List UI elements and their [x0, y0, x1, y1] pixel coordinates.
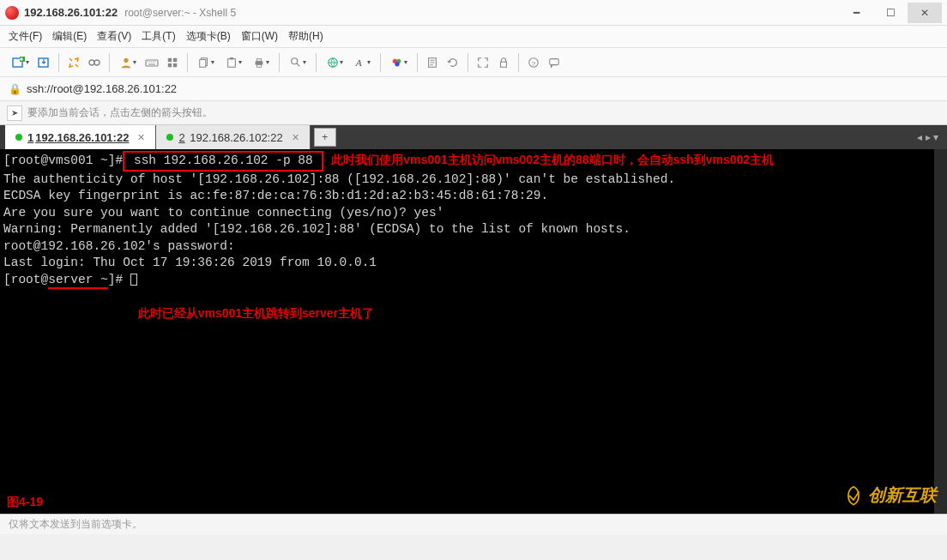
- watermark-logo: 创新互联: [842, 484, 937, 507]
- figure-label: 图4-19: [7, 494, 43, 510]
- svg-rect-6: [146, 60, 158, 66]
- copy-icon[interactable]: [193, 53, 219, 72]
- svg-rect-7: [168, 57, 172, 61]
- tab-close-icon[interactable]: ✕: [137, 132, 145, 143]
- terminal-line: Warning: Permanently added '[192.168.26.…: [3, 221, 944, 238]
- minimize-button[interactable]: ━: [839, 3, 873, 23]
- annotation-1: 此时我们使用vms001主机访问vms002主机的88端口时，会自动ssh到vm…: [331, 153, 774, 166]
- terminal-pane[interactable]: [root@vms001 ~]# ssh 192.168.26.102 -p 8…: [0, 149, 947, 514]
- menu-bar: 文件(F) 编辑(E) 查看(V) 工具(T) 选项卡(B) 窗口(W) 帮助(…: [0, 26, 947, 48]
- terminal-line: [root@vms001 ~]# ssh 192.168.26.102 -p 8…: [3, 151, 944, 172]
- menu-file[interactable]: 文件(F): [9, 29, 42, 44]
- title-bar: 192.168.26.101:22 root@server:~ - Xshell…: [0, 0, 947, 26]
- terminal-line: ECDSA key fingerprint is ac:fe:87:de:ca:…: [3, 188, 944, 205]
- close-button[interactable]: ✕: [908, 3, 942, 23]
- scrollbar-vertical[interactable]: [934, 149, 947, 514]
- lock-icon[interactable]: [494, 53, 513, 72]
- svg-rect-10: [173, 63, 177, 66]
- tab-bar: 1192.168.26.101:22 ✕ 2 192.168.26.102:22…: [0, 125, 947, 149]
- tab-label: 2 192.168.26.102:22: [178, 131, 282, 144]
- menu-view[interactable]: 查看(V): [97, 29, 131, 44]
- session-tab-2[interactable]: 2 192.168.26.102:22 ✕: [156, 125, 310, 149]
- svg-rect-8: [173, 57, 177, 61]
- fullscreen-icon[interactable]: [474, 53, 492, 72]
- save-session-icon[interactable]: [34, 53, 53, 72]
- disconnect-icon[interactable]: [85, 53, 104, 72]
- chat-icon[interactable]: [545, 53, 564, 72]
- svg-rect-16: [256, 58, 261, 61]
- svg-point-5: [124, 57, 128, 62]
- menu-help[interactable]: 帮助(H): [288, 29, 323, 44]
- info-text: 要添加当前会话，点击左侧的箭头按钮。: [27, 105, 213, 120]
- address-bar: 🔒 ssh://root@192.168.26.101:22: [0, 77, 947, 101]
- svg-rect-25: [501, 62, 507, 67]
- svg-rect-9: [168, 63, 172, 66]
- add-session-arrow-button[interactable]: ➤: [7, 105, 22, 121]
- window-title-main: 192.168.26.101:22: [24, 6, 118, 19]
- session-tab-1[interactable]: 1192.168.26.101:22 ✕: [5, 125, 156, 149]
- window-title-sub: root@server:~ - Xshell 5: [124, 7, 236, 19]
- address-url[interactable]: ssh://root@192.168.26.101:22: [27, 82, 938, 95]
- tab-close-icon[interactable]: ✕: [292, 132, 299, 143]
- svg-rect-13: [227, 58, 235, 67]
- script-icon[interactable]: [423, 53, 442, 72]
- menu-window[interactable]: 窗口(W): [241, 29, 278, 44]
- tab-nav-arrows[interactable]: ◂ ▸ ▾: [917, 125, 942, 149]
- find-icon[interactable]: [285, 53, 311, 72]
- svg-rect-14: [230, 57, 233, 59]
- add-tab-button[interactable]: +: [314, 128, 336, 147]
- svg-point-4: [94, 60, 100, 65]
- refresh-icon[interactable]: [443, 53, 462, 72]
- terminal-line: Last login: Thu Oct 17 19:36:26 2019 fro…: [3, 255, 944, 272]
- new-session-icon[interactable]: [7, 53, 33, 72]
- status-bar: 仅将文本发送到当前选项卡。: [0, 514, 947, 534]
- tab-label: 1192.168.26.101:22: [27, 131, 129, 144]
- paste-icon[interactable]: [220, 53, 246, 72]
- profile-icon[interactable]: [115, 53, 141, 72]
- annotation-2: 此时已经从vms001主机跳转到server主机了: [3, 305, 944, 323]
- info-bar: ➤ 要添加当前会话，点击左侧的箭头按钮。: [0, 101, 947, 125]
- svg-point-3: [89, 60, 94, 65]
- terminal-line: root@192.168.26.102's password:: [3, 238, 944, 256]
- print-icon[interactable]: [248, 53, 274, 72]
- svg-rect-28: [550, 58, 559, 64]
- status-dot-icon: [15, 134, 22, 141]
- status-text: 仅将文本发送到当前选项卡。: [9, 517, 142, 532]
- underlined-host: server ~: [48, 273, 108, 289]
- svg-point-18: [291, 57, 297, 63]
- terminal-line: Are you sure you want to continue connec…: [3, 205, 944, 222]
- svg-rect-17: [256, 64, 261, 67]
- svg-rect-15: [255, 61, 262, 64]
- grid-icon[interactable]: [163, 53, 182, 72]
- font-icon[interactable]: A: [349, 53, 375, 72]
- terminal-line: [root@server ~]#: [3, 272, 944, 289]
- reconnect-icon[interactable]: [64, 53, 83, 72]
- menu-tabs[interactable]: 选项卡(B): [186, 29, 231, 44]
- svg-rect-12: [199, 59, 205, 67]
- svg-text:A: A: [354, 57, 361, 68]
- toolbar: A ?: [0, 48, 947, 77]
- globe-icon[interactable]: [322, 53, 347, 72]
- svg-point-23: [395, 62, 399, 66]
- lock-small-icon: 🔒: [9, 83, 21, 95]
- help-icon[interactable]: ?: [524, 53, 543, 72]
- menu-edit[interactable]: 编辑(E): [52, 29, 87, 44]
- highlighted-command: ssh 192.168.26.102 -p 88: [123, 151, 323, 172]
- status-dot-icon: [166, 134, 173, 141]
- app-icon: [5, 6, 19, 20]
- color-icon[interactable]: [386, 53, 412, 72]
- keyboard-icon[interactable]: [142, 53, 161, 72]
- svg-text:?: ?: [532, 59, 536, 67]
- menu-tools[interactable]: 工具(T): [142, 29, 175, 44]
- maximize-button[interactable]: ☐: [873, 3, 908, 23]
- terminal-cursor: [130, 274, 137, 286]
- terminal-line: The authenticity of host '[192.168.26.10…: [3, 172, 944, 189]
